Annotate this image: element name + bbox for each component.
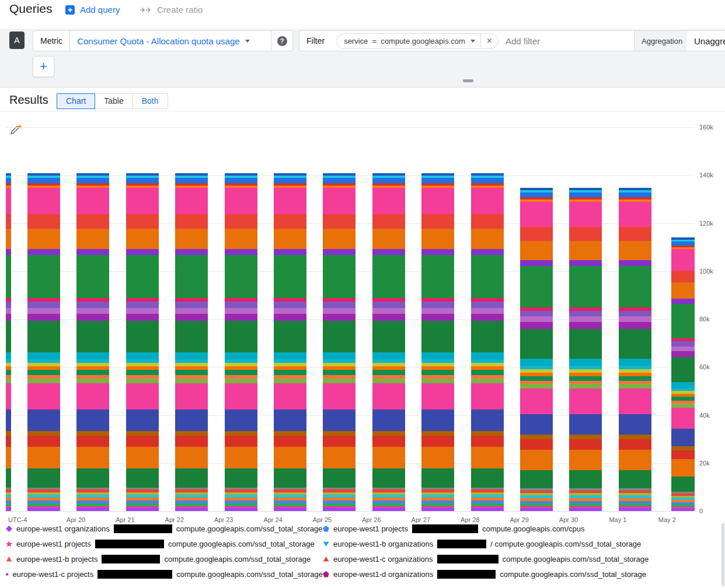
bar-segment bbox=[671, 304, 695, 339]
bar-segment bbox=[619, 439, 651, 450]
bar-segment bbox=[27, 436, 60, 447]
bar-segment bbox=[6, 308, 11, 314]
bar-segment bbox=[569, 316, 602, 322]
bar-segment bbox=[520, 470, 553, 488]
filter-chip[interactable]: service = compute.googleapis.com ✕ bbox=[336, 33, 499, 49]
bar-segment bbox=[569, 322, 602, 329]
bar-segment bbox=[421, 321, 454, 352]
bar-segment bbox=[471, 255, 504, 298]
x-axis-tick-label: May 1 bbox=[609, 516, 626, 523]
help-button[interactable]: ? bbox=[271, 31, 292, 51]
bar-segment bbox=[6, 447, 11, 468]
bar-segment bbox=[471, 321, 504, 352]
legend-item[interactable]: europe-west1-c organizationscompute.goog… bbox=[323, 554, 714, 564]
bar-segment bbox=[323, 308, 355, 314]
legend-label-suffix: / compute.googleapis.com/ssd_total_stora… bbox=[490, 540, 641, 548]
legend-item[interactable]: europe-west1-b organizations/ compute.go… bbox=[323, 539, 714, 549]
legend-item[interactable]: europe-west1 projectscompute.googleapis.… bbox=[323, 524, 714, 534]
add-filter-input[interactable]: Add filter bbox=[506, 36, 540, 46]
bar-segment bbox=[520, 388, 553, 414]
metric-dropdown[interactable]: Consumer Quota - Allocation quota usage bbox=[70, 36, 271, 46]
stacked-bar-apr-29[interactable] bbox=[520, 188, 553, 511]
legend-label-suffix: compute.googleapis.com/ssd_total_storage bbox=[503, 555, 649, 564]
add-query-plus-button[interactable]: + bbox=[33, 56, 54, 77]
aggregation-value-dropdown[interactable]: Unaggre bbox=[687, 30, 725, 51]
legend-item[interactable]: europe-west1 organizationscompute.google… bbox=[6, 524, 323, 534]
bar-segment bbox=[6, 188, 11, 214]
bar-segment bbox=[126, 447, 159, 468]
bar-segment bbox=[323, 178, 355, 183]
bar-segment bbox=[175, 352, 208, 359]
stacked-bar-apr-19[interactable] bbox=[27, 173, 60, 511]
stacked-bar-apr-28[interactable] bbox=[471, 173, 504, 511]
bar-segment bbox=[76, 321, 109, 352]
stacked-bar-apr-18[interactable] bbox=[6, 173, 11, 511]
redacted-text bbox=[437, 570, 496, 579]
legend-item[interactable]: europe-west1 projectscompute.googleapis.… bbox=[6, 539, 323, 549]
bar-segment bbox=[520, 384, 553, 388]
bar-segment bbox=[421, 302, 454, 307]
stacked-bar-apr-22[interactable] bbox=[175, 173, 208, 511]
aggregation-button[interactable]: Aggregation bbox=[634, 30, 690, 51]
tab-both[interactable]: Both bbox=[133, 93, 168, 109]
x-axis-tick-label: Apr 25 bbox=[313, 516, 332, 523]
legend-item[interactable]: europe-west1-d organizationscompute.goog… bbox=[323, 569, 714, 579]
stacked-bar-plot[interactable] bbox=[6, 127, 695, 511]
bar-segment bbox=[421, 436, 454, 447]
stacked-bar-apr-20[interactable] bbox=[76, 173, 109, 511]
bar-segment bbox=[619, 414, 651, 435]
bar-segment bbox=[27, 188, 60, 214]
bar-segment bbox=[175, 188, 208, 214]
bar-segment bbox=[671, 249, 695, 271]
bar-segment bbox=[126, 431, 159, 436]
bar-segment bbox=[471, 370, 504, 374]
scrollbar-thumb[interactable] bbox=[721, 523, 724, 586]
tab-table[interactable]: Table bbox=[95, 93, 133, 109]
bar-segment bbox=[6, 255, 11, 298]
stacked-bar-apr-24[interactable] bbox=[274, 173, 306, 511]
legend-label-prefix: europe-west1-c organizations bbox=[333, 555, 433, 564]
tab-chart[interactable]: Chart bbox=[57, 93, 95, 109]
bar-segment bbox=[27, 431, 60, 436]
remove-filter-button[interactable]: ✕ bbox=[481, 34, 498, 48]
x-axis-tick-label: Apr 29 bbox=[510, 516, 528, 523]
legend-label-prefix: europe-west1-d organizations bbox=[333, 570, 433, 579]
bar-segment bbox=[27, 379, 60, 383]
bar-segment bbox=[323, 383, 355, 410]
stacked-bar-apr-23[interactable] bbox=[225, 173, 257, 511]
redacted-text bbox=[437, 540, 486, 548]
bar-segment bbox=[671, 404, 695, 408]
bar-segment bbox=[619, 508, 651, 511]
stacked-bar-may-1[interactable] bbox=[619, 188, 651, 511]
panel-resize-handle[interactable] bbox=[463, 79, 473, 82]
bar-segment bbox=[421, 410, 454, 431]
bar-segment bbox=[6, 302, 11, 307]
stacked-bar-apr-27[interactable] bbox=[421, 173, 454, 511]
bar-segment bbox=[126, 255, 159, 298]
bar-segment bbox=[421, 508, 454, 511]
stacked-bar-apr-26[interactable] bbox=[372, 173, 405, 511]
legend-item[interactable]: europe-west1-b projectscompute.googleapi… bbox=[6, 554, 323, 564]
bar-segment bbox=[619, 376, 651, 381]
bar-segment bbox=[27, 249, 60, 255]
bar-segment bbox=[671, 299, 695, 303]
bar-segment bbox=[27, 370, 60, 374]
bar-segment bbox=[76, 383, 109, 410]
add-query-button[interactable]: + Add query bbox=[65, 5, 120, 15]
view-toggle: Chart Table Both bbox=[57, 93, 168, 109]
bar-segment bbox=[569, 384, 602, 388]
stacked-bar-may-2[interactable] bbox=[671, 237, 695, 511]
bar-segment bbox=[421, 308, 454, 314]
bar-segment bbox=[76, 214, 109, 229]
bar-segment bbox=[323, 508, 355, 511]
legend-item[interactable]: europe-west1-c projectscompute.googleapi… bbox=[6, 569, 323, 579]
create-ratio-button[interactable]: Create ratio bbox=[140, 5, 203, 15]
bar-segment bbox=[175, 321, 208, 352]
stacked-bar-apr-25[interactable] bbox=[323, 173, 355, 511]
bar-segment bbox=[471, 249, 504, 255]
y-axis-tick-label: 140k bbox=[699, 172, 723, 178]
bar-segment bbox=[175, 508, 208, 511]
stacked-bar-apr-21[interactable] bbox=[126, 173, 159, 511]
query-builder-panel: A Metric Consumer Quota - Allocation quo… bbox=[0, 29, 725, 88]
stacked-bar-apr-30[interactable] bbox=[569, 188, 602, 511]
